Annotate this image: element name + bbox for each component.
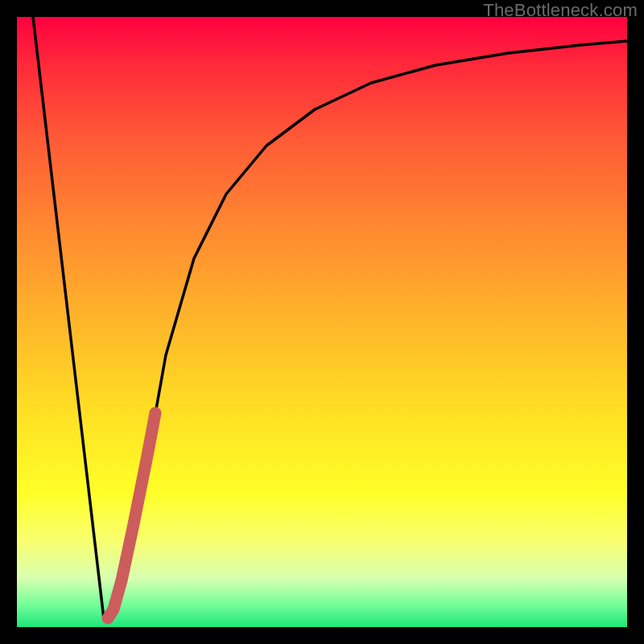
plot-area <box>17 17 627 627</box>
bottleneck-curve <box>33 17 627 619</box>
chart-frame: TheBottleneck.com <box>0 0 644 644</box>
watermark-text: TheBottleneck.com <box>483 0 638 21</box>
chart-svg <box>17 17 627 627</box>
highlight-band <box>108 413 155 618</box>
